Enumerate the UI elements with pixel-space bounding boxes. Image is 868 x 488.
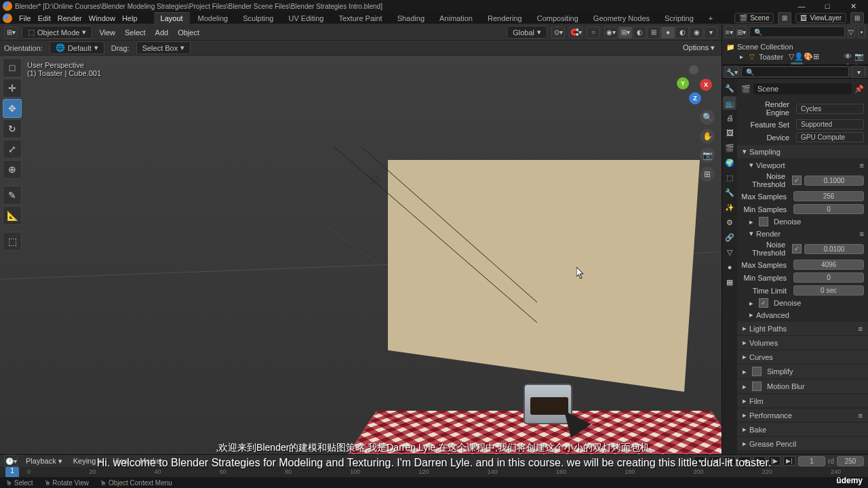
subsection-denoise-rd[interactable]: ▸ ✓Denoise <box>741 297 864 309</box>
prop-tab-modifier[interactable]: 🔧 <box>723 186 736 199</box>
proportional-icon[interactable]: ○ <box>587 26 600 39</box>
properties-scene-name[interactable]: Scene <box>753 83 852 94</box>
pivot-icon[interactable]: ⊙▾ <box>551 26 565 39</box>
outliner-mode-icon[interactable]: ≡▾ <box>725 26 734 38</box>
minimize-button[interactable]: — <box>789 0 814 12</box>
prop-tab-particles[interactable]: ✨ <box>723 201 736 214</box>
scene-selector[interactable]: 🎬 Scene <box>734 13 774 23</box>
section-grease-pencil[interactable]: ▸ Grease Pencil <box>737 437 868 450</box>
prop-tab-texture[interactable]: ▦ <box>723 275 736 289</box>
workspace-modeling[interactable]: Modeling <box>191 13 235 24</box>
section-motion-blur[interactable]: ▸ Motion Blur <box>737 380 868 393</box>
outliner-new-collection-icon[interactable]: • <box>858 26 865 38</box>
shading-rendered[interactable]: ◉ <box>690 26 703 39</box>
zoom-icon[interactable]: 🔍 <box>700 110 715 125</box>
scene-new-button[interactable]: ⊞ <box>778 12 791 24</box>
vp-noise-check[interactable]: ✓ <box>792 176 802 185</box>
prop-tab-data[interactable]: ▽ <box>723 245 736 259</box>
rd-min-value[interactable]: 0 <box>793 272 864 283</box>
render-engine-dropdown[interactable]: Cycles <box>796 104 864 114</box>
workspace-sculpting[interactable]: Sculpting <box>236 13 280 24</box>
timeline-editor-icon[interactable]: 🕐▾ <box>4 455 18 467</box>
drag-dropdown[interactable]: Select Box ▾ <box>136 41 191 54</box>
outliner-filter-icon[interactable]: ▽ <box>848 26 855 38</box>
feature-set-dropdown[interactable]: Supported <box>796 119 864 129</box>
vp-min-value[interactable]: 0 <box>793 204 864 214</box>
shading-options[interactable]: ▾ <box>704 26 717 39</box>
overlay-toggle[interactable]: ⊞▾ <box>618 26 632 39</box>
tool-add-cube[interactable]: ⬚ <box>3 232 22 251</box>
subsection-render[interactable]: ▾ Render≡ <box>741 228 864 239</box>
blender-menu-icon[interactable] <box>3 14 12 23</box>
visibility-toggle[interactable]: 👁 <box>844 52 852 61</box>
viewlayer-new-button[interactable]: ⊞ <box>850 12 864 24</box>
tool-scale[interactable]: ⤢ <box>3 140 22 159</box>
tool-transform[interactable]: ⊕ <box>3 160 22 179</box>
viewport-menu-object[interactable]: Object <box>175 27 202 38</box>
close-button[interactable]: ✕ <box>841 0 865 12</box>
outliner-display-icon[interactable]: ⊞▾ <box>736 26 747 38</box>
rd-time-value[interactable]: 0 sec <box>793 285 864 296</box>
viewport-menu-view[interactable]: View <box>96 27 118 38</box>
menu-window[interactable]: Window <box>86 13 118 24</box>
tool-select-box[interactable]: □ <box>3 58 22 77</box>
device-dropdown[interactable]: GPU Compute <box>796 132 864 142</box>
workspace-animation[interactable]: Animation <box>433 13 479 24</box>
subsection-advanced[interactable]: ▸ Advanced <box>741 309 864 321</box>
tree-scene-collection[interactable]: 📁 Scene Collection <box>726 42 864 52</box>
snap-icon[interactable]: 🧲▾ <box>569 26 583 39</box>
workspace-uv-editing[interactable]: UV Editing <box>281 13 330 24</box>
menu-help[interactable]: Help <box>119 13 140 24</box>
tool-cursor[interactable]: ✛ <box>3 79 22 98</box>
prop-tab-physics[interactable]: ⚙ <box>723 216 736 229</box>
workspace-layout[interactable]: Layout <box>154 12 190 24</box>
workspace-texture-paint[interactable]: Texture Paint <box>332 13 389 24</box>
tree-item-toaster[interactable]: ▸ ▽ Toaster ▽👤🎨⊞ 👁📷 <box>726 52 864 62</box>
section-film[interactable]: ▸ Film <box>737 394 868 407</box>
workspace-add[interactable]: + <box>702 13 719 24</box>
viewport-menu-add[interactable]: Add <box>153 27 172 38</box>
move-view-icon[interactable]: ✋ <box>700 129 715 144</box>
tool-annotate[interactable]: ✎ <box>3 186 22 205</box>
rd-max-value[interactable]: 4096 <box>793 260 864 270</box>
shading-solid[interactable]: ● <box>661 26 675 39</box>
viewport-canvas[interactable]: □ ✛ ✥ ↻ ⤢ ⊕ ✎ 📐 ⬚ User Perspective (1) T… <box>0 56 722 454</box>
rd-noise-value[interactable]: 0.0100 <box>804 244 864 254</box>
jump-end-button[interactable]: ▶| <box>783 456 795 466</box>
tool-rotate[interactable]: ↻ <box>3 119 22 138</box>
options-button[interactable]: Options ▾ <box>680 42 717 54</box>
properties-options-icon[interactable]: ▾ <box>852 66 865 78</box>
timeline-playback[interactable]: Playback ▾ <box>23 455 65 467</box>
workspace-shading[interactable]: Shading <box>391 13 431 24</box>
prop-tab-object[interactable]: ⬚ <box>723 171 736 184</box>
xray-toggle[interactable]: ◐ <box>633 26 646 39</box>
prop-tab-scene[interactable]: 🎬 <box>723 141 736 155</box>
section-light-paths[interactable]: ▸ Light Paths≡ <box>737 322 868 335</box>
section-performance[interactable]: ▸ Performance≡ <box>737 409 868 422</box>
gizmo-neg-z-icon[interactable] <box>689 65 698 75</box>
subsection-denoise-vp[interactable]: ▸ Denoise <box>741 216 864 228</box>
mode-dropdown[interactable]: ⬚ Object Mode ▾ <box>22 26 92 39</box>
section-volumes[interactable]: ▸ Volumes <box>737 336 868 349</box>
orientation-dropdown[interactable]: 🌐 Default ▾ <box>50 41 104 54</box>
vp-max-value[interactable]: 256 <box>793 191 864 201</box>
current-frame-input[interactable]: 1 <box>798 456 825 466</box>
shading-wireframe[interactable]: ⊞ <box>647 26 660 39</box>
prop-tab-tool[interactable]: 🔧 <box>723 81 736 95</box>
camera-view-icon[interactable]: 📷 <box>700 148 715 163</box>
section-curves[interactable]: ▸ Curves <box>737 350 868 363</box>
prop-tab-output[interactable]: 🖨 <box>723 111 736 125</box>
prop-tab-world[interactable]: 🌍 <box>723 156 736 169</box>
menu-render[interactable]: Render <box>55 13 85 24</box>
viewport-menu-select[interactable]: Select <box>122 27 149 38</box>
rd-noise-check[interactable]: ✓ <box>792 244 802 253</box>
section-bake[interactable]: ▸ Bake <box>737 423 868 436</box>
gizmos-toggle[interactable]: ◉▾ <box>604 26 618 39</box>
editor-type-icon[interactable]: ⊞▾ <box>4 26 18 39</box>
prop-tab-material[interactable]: ● <box>723 260 736 274</box>
vp-noise-value[interactable]: 0.1000 <box>804 176 864 186</box>
gizmo-z-icon[interactable]: Z <box>689 92 701 104</box>
prop-tab-render[interactable]: 📺 <box>723 96 736 110</box>
maximize-button[interactable]: □ <box>815 0 840 12</box>
nav-gizmo[interactable]: X Y Z <box>674 62 715 103</box>
